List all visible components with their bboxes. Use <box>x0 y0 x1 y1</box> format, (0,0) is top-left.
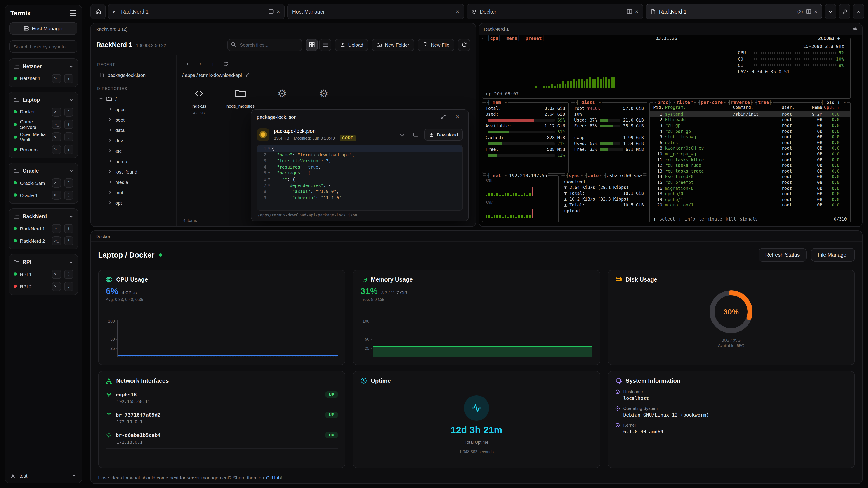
nav-up-button[interactable]: ↑ <box>208 59 218 69</box>
list-view-button[interactable] <box>319 39 331 51</box>
process-row[interactable]: 1systemd/sbin/initroot9.2M0.0 <box>650 111 850 117</box>
tree-item[interactable]: apps <box>97 104 172 114</box>
tree-item[interactable]: media <box>97 177 172 187</box>
tree-item[interactable]: boot <box>97 114 172 125</box>
tree-item[interactable]: etc <box>97 145 172 156</box>
refresh-status-button[interactable]: Refresh Status <box>758 248 807 262</box>
tree-item[interactable]: lost+found <box>97 166 172 177</box>
proc-option[interactable]: tree <box>758 100 769 105</box>
host-terminal-button[interactable]: >_ <box>52 178 61 188</box>
tree-item[interactable]: dev <box>97 135 172 145</box>
host-item[interactable]: RackNerd 2>_⋮ <box>11 235 75 247</box>
process-row[interactable]: 16migration/0root0B0.0 <box>650 185 850 191</box>
process-row[interactable]: 15rcu_preemptroot0B0.0 <box>650 180 850 185</box>
host-menu-button[interactable]: ⋮ <box>64 270 73 279</box>
host-item[interactable]: RackNerd 1>_⋮ <box>11 223 75 235</box>
host-item[interactable]: Docker>_⋮ <box>11 106 75 118</box>
host-item[interactable]: Oracle Sam>_⋮ <box>11 177 75 189</box>
host-search-input[interactable] <box>9 40 77 53</box>
tree-item[interactable]: data <box>97 125 172 135</box>
process-row[interactable]: 2kthreaddroot0B0.0 <box>650 117 850 123</box>
split-view-icon[interactable] <box>269 9 274 14</box>
process-row[interactable]: 6netnsroot0B0.0 <box>650 140 850 145</box>
host-item[interactable]: Game Servers>_⋮ <box>11 118 75 131</box>
tools-button[interactable] <box>839 4 850 20</box>
host-group-header[interactable]: Hetzner <box>11 61 75 72</box>
code-preview[interactable]: 1∨{2 "name": "termix-download-api",3 "lo… <box>257 145 463 210</box>
process-row[interactable]: 3rcu_gproot0B0.0 <box>650 123 850 128</box>
process-row[interactable]: 13rcu_tasks_traceroot0B0.0 <box>650 168 850 174</box>
host-group-header[interactable]: Oracle <box>11 165 75 177</box>
close-icon[interactable]: × <box>635 8 638 15</box>
host-terminal-button[interactable]: >_ <box>52 107 61 116</box>
host-terminal-button[interactable]: >_ <box>52 236 61 246</box>
host-item[interactable]: Proxmox>_⋮ <box>11 143 75 156</box>
host-item[interactable]: RPI 2>_⋮ <box>11 281 75 293</box>
host-item[interactable]: Hetzner 1>_⋮ <box>11 72 75 85</box>
expand-button[interactable] <box>438 111 448 122</box>
host-item[interactable]: Open Media Vault>_⋮ <box>11 131 75 143</box>
docker-file-manager-button[interactable]: File Manager <box>811 248 855 262</box>
tree-root[interactable]: / <box>97 94 172 104</box>
host-menu-button[interactable]: ⋮ <box>64 132 73 141</box>
breadcrumb[interactable]: / apps / termix-download-api <box>182 72 470 78</box>
fold-icon[interactable]: ∨ <box>266 145 272 152</box>
grid-view-button[interactable] <box>306 39 318 51</box>
host-menu-button[interactable]: ⋮ <box>64 145 73 154</box>
process-row[interactable]: 8kworker/0:0H-evroot0B0.0 <box>650 145 850 151</box>
sidebar-menu-button[interactable] <box>70 9 76 17</box>
tab-host-manager[interactable]: Host Manager× <box>287 4 464 20</box>
tree-item[interactable]: mnt <box>97 187 172 197</box>
process-row[interactable]: 14ksoftirqd/0root0B0.0 <box>650 174 850 180</box>
host-menu-button[interactable]: ⋮ <box>64 236 73 246</box>
host-group-header[interactable]: Laptop <box>11 94 75 106</box>
home-button[interactable] <box>90 4 106 20</box>
host-menu-button[interactable]: ⋮ <box>64 191 73 200</box>
host-menu-button[interactable]: ⋮ <box>64 224 73 233</box>
process-row[interactable]: 11rcu_tasks_kthreroot0B0.0 <box>650 157 850 162</box>
split-view-icon[interactable] <box>627 9 632 14</box>
proc-option[interactable]: per-core <box>701 100 723 105</box>
proc-option[interactable]: filter <box>676 100 692 105</box>
host-group-header[interactable]: RackNerd <box>11 211 75 223</box>
proc-option[interactable]: reverse <box>731 100 750 105</box>
pencil-icon[interactable] <box>246 73 250 77</box>
process-row[interactable]: 19cpuhp/1root0B0.0 <box>650 197 850 202</box>
process-row[interactable]: 12rcu_tasks_rude_root0B0.0 <box>650 162 850 168</box>
close-icon[interactable]: × <box>277 8 280 15</box>
github-link[interactable]: GitHub! <box>266 475 282 480</box>
host-terminal-button[interactable]: >_ <box>52 191 61 200</box>
modal-editor-button[interactable] <box>411 129 422 140</box>
tree-item[interactable]: home <box>97 156 172 166</box>
collapse-button[interactable] <box>852 4 864 20</box>
host-menu-button[interactable]: ⋮ <box>64 282 73 291</box>
host-terminal-button[interactable]: >_ <box>52 74 61 83</box>
new-folder-button[interactable]: New Folder <box>372 39 414 51</box>
tabs-dropdown-button[interactable] <box>825 4 836 20</box>
host-terminal-button[interactable]: >_ <box>52 224 61 233</box>
fold-icon[interactable]: ∨ <box>266 176 272 182</box>
terminal-sync-button[interactable] <box>852 26 858 31</box>
process-row[interactable]: 5slub_flushwqroot0B0.0 <box>650 134 850 140</box>
tree-item[interactable]: opt <box>97 197 172 208</box>
download-button[interactable]: Download <box>424 129 463 140</box>
btop-menu-item[interactable]: cpu <box>490 36 498 41</box>
host-item[interactable]: Oracle 1>_⋮ <box>11 189 75 201</box>
process-row[interactable]: 4rcu_par_gproot0B0.0 <box>650 128 850 134</box>
host-menu-button[interactable]: ⋮ <box>64 120 73 129</box>
sidebar-user[interactable]: test <box>5 468 82 483</box>
file-search-input[interactable] <box>227 39 302 51</box>
fm-refresh-button[interactable] <box>458 39 470 51</box>
close-button[interactable]: × <box>452 111 463 122</box>
host-group-header[interactable]: RPI <box>11 256 75 268</box>
host-terminal-button[interactable]: >_ <box>52 132 61 141</box>
process-row[interactable]: 20migration/1root0B0.0 <box>650 202 850 208</box>
host-manager-button[interactable]: Host Manager <box>9 22 77 35</box>
upload-button[interactable]: Upload <box>335 39 368 51</box>
nav-back-button[interactable]: ‹ <box>182 59 193 69</box>
btop-menu-item[interactable]: preset <box>526 36 542 41</box>
nav-forward-button[interactable]: › <box>195 59 206 69</box>
process-row[interactable]: 18cpuhp/0root0B0.0 <box>650 191 850 197</box>
host-menu-button[interactable]: ⋮ <box>64 74 73 83</box>
tab-docker[interactable]: Docker× <box>466 4 643 20</box>
